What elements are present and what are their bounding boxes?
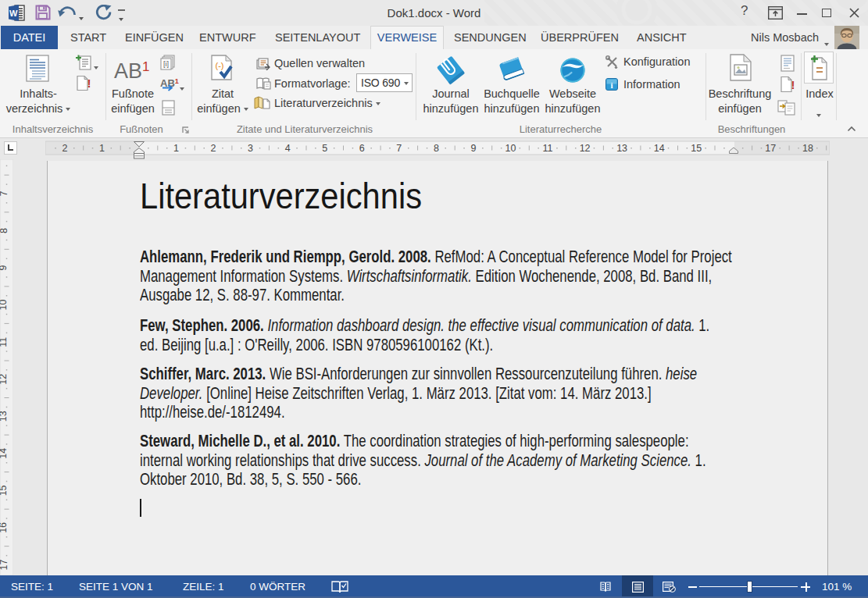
svg-text:10: 10 bbox=[0, 300, 9, 311]
svg-text:14: 14 bbox=[654, 143, 665, 154]
svg-text:5: 5 bbox=[322, 143, 327, 154]
svg-text:11: 11 bbox=[543, 143, 553, 154]
svg-text:2: 2 bbox=[62, 143, 67, 154]
svg-text:15: 15 bbox=[691, 143, 702, 154]
svg-text:8: 8 bbox=[0, 228, 9, 233]
svg-text:15: 15 bbox=[0, 485, 9, 496]
svg-text:12: 12 bbox=[0, 374, 9, 385]
svg-text:17: 17 bbox=[0, 560, 9, 571]
svg-text:14: 14 bbox=[0, 448, 9, 459]
svg-text:2: 2 bbox=[211, 143, 216, 154]
svg-text:[i]: [i] bbox=[163, 60, 169, 68]
svg-text:1: 1 bbox=[173, 143, 179, 154]
svg-text:12: 12 bbox=[580, 143, 591, 154]
svg-text:6: 6 bbox=[359, 143, 365, 154]
svg-text:16: 16 bbox=[0, 522, 9, 533]
svg-text:7: 7 bbox=[396, 143, 402, 154]
svg-text:10: 10 bbox=[505, 143, 516, 154]
svg-text:!: ! bbox=[88, 77, 91, 90]
svg-text:3: 3 bbox=[248, 143, 253, 154]
svg-text:11: 11 bbox=[0, 337, 9, 347]
svg-text:13: 13 bbox=[616, 143, 627, 154]
svg-text:18: 18 bbox=[802, 143, 813, 154]
svg-text:1: 1 bbox=[99, 143, 105, 154]
svg-text:7: 7 bbox=[0, 190, 9, 196]
svg-text:9: 9 bbox=[471, 143, 477, 154]
svg-text:17: 17 bbox=[765, 143, 776, 154]
svg-text:9: 9 bbox=[0, 265, 9, 271]
svg-text:4: 4 bbox=[285, 143, 291, 154]
svg-text:(-): (-) bbox=[216, 61, 224, 70]
svg-text:13: 13 bbox=[0, 411, 9, 422]
svg-text:i: i bbox=[610, 80, 613, 90]
svg-text:8: 8 bbox=[434, 143, 439, 154]
